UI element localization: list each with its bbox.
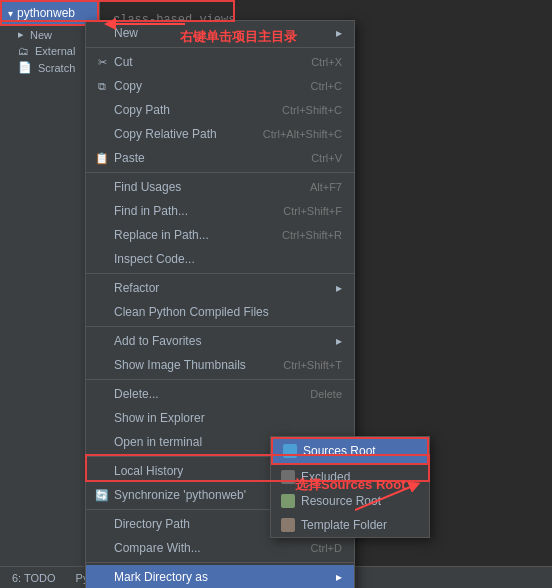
arrow-right-click — [100, 14, 200, 54]
menu-explorer-label: Show in Explorer — [114, 411, 205, 425]
mark-dir-arrow-icon: ▸ — [336, 570, 342, 584]
menu-copy-path-label: Copy Path — [114, 103, 170, 117]
menu-item-thumbnails[interactable]: Show Image Thumbnails Ctrl+Shift+T — [86, 353, 354, 377]
menu-find-usages-label: Find Usages — [114, 180, 181, 194]
copy-path-icon — [94, 102, 110, 118]
svg-line-3 — [355, 485, 415, 510]
menu-item-copy-relative-path[interactable]: Copy Relative Path Ctrl+Alt+Shift+C — [86, 122, 354, 146]
explorer-icon — [94, 410, 110, 426]
copy-relative-icon — [94, 126, 110, 142]
menu-paste-label: Paste — [114, 151, 145, 165]
menu-thumbnails-label: Show Image Thumbnails — [114, 358, 246, 372]
new-arrow-icon: ▸ — [336, 26, 342, 40]
clean-icon — [94, 304, 110, 320]
menu-mark-dir-label: Mark Directory as — [114, 570, 208, 584]
inspect-icon — [94, 251, 110, 267]
history-icon — [94, 463, 110, 479]
template-folder-icon — [281, 518, 295, 532]
paste-shortcut: Ctrl+V — [311, 152, 342, 164]
arrow-select-sources — [355, 480, 455, 530]
divider-5 — [86, 379, 354, 380]
menu-item-replace-in-path[interactable]: Replace in Path... Ctrl+Shift+R — [86, 223, 354, 247]
menu-find-path-label: Find in Path... — [114, 204, 188, 218]
menu-item-compare[interactable]: Compare With... Ctrl+D — [86, 536, 354, 560]
menu-copy-relative-label: Copy Relative Path — [114, 127, 217, 141]
divider-8 — [86, 562, 354, 563]
menu-sync-label: Synchronize 'pythonweb' — [114, 488, 246, 502]
copy-path-shortcut: Ctrl+Shift+C — [282, 104, 342, 116]
menu-terminal-label: Open in terminal — [114, 435, 202, 449]
menu-item-find-in-path[interactable]: Find in Path... Ctrl+Shift+F — [86, 199, 354, 223]
compare-icon — [94, 540, 110, 556]
resource-root-icon — [281, 494, 295, 508]
directory-icon — [94, 516, 110, 532]
menu-favorites-label: Add to Favorites — [114, 334, 201, 348]
excluded-icon — [281, 470, 295, 484]
find-usages-icon — [94, 179, 110, 195]
find-usages-shortcut: Alt+F7 — [310, 181, 342, 193]
refactor-icon — [94, 280, 110, 296]
refactor-arrow-icon: ▸ — [336, 281, 342, 295]
menu-item-delete[interactable]: Delete... Delete — [86, 382, 354, 406]
cut-shortcut: Ctrl+X — [311, 56, 342, 68]
replace-icon — [94, 227, 110, 243]
menu-clean-label: Clean Python Compiled Files — [114, 305, 269, 319]
replace-shortcut: Ctrl+Shift+R — [282, 229, 342, 241]
menu-item-copy-path[interactable]: Copy Path Ctrl+Shift+C — [86, 98, 354, 122]
submenu-sources-root[interactable]: Sources Root — [271, 437, 429, 465]
find-path-shortcut: Ctrl+Shift+F — [283, 205, 342, 217]
menu-compare-label: Compare With... — [114, 541, 201, 555]
menu-item-copy[interactable]: ⧉ Copy Ctrl+C — [86, 74, 354, 98]
menu-history-label: Local History — [114, 464, 183, 478]
tab-todo-label: 6: TODO — [12, 572, 56, 584]
copy-icon: ⧉ — [94, 78, 110, 94]
project-title: pythonweb — [17, 6, 75, 20]
copy-shortcut: Ctrl+C — [311, 80, 342, 92]
delete-shortcut: Delete — [310, 388, 342, 400]
menu-replace-label: Replace in Path... — [114, 228, 209, 242]
divider-4 — [86, 326, 354, 327]
menu-item-show-explorer[interactable]: Show in Explorer — [86, 406, 354, 430]
sources-root-icon — [283, 444, 297, 458]
menu-directory-label: Directory Path — [114, 517, 190, 531]
menu-item-paste[interactable]: 📋 Paste Ctrl+V — [86, 146, 354, 170]
menu-item-favorites[interactable]: Add to Favorites ▸ — [86, 329, 354, 353]
thumbnails-shortcut: Ctrl+Shift+T — [283, 359, 342, 371]
copy-relative-shortcut: Ctrl+Alt+Shift+C — [263, 128, 342, 140]
delete-icon — [94, 386, 110, 402]
expand-icon: ▾ — [8, 8, 13, 19]
paste-icon: 📋 — [94, 150, 110, 166]
divider-2 — [86, 172, 354, 173]
menu-item-mark-directory[interactable]: Mark Directory as ▸ — [86, 565, 354, 588]
thumbnails-icon — [94, 357, 110, 373]
menu-delete-label: Delete... — [114, 387, 159, 401]
mark-dir-icon — [94, 569, 110, 585]
menu-item-refactor[interactable]: Refactor ▸ — [86, 276, 354, 300]
menu-cut-label: Cut — [114, 55, 133, 69]
sync-icon: 🔄 — [94, 487, 110, 503]
find-path-icon — [94, 203, 110, 219]
menu-copy-label: Copy — [114, 79, 142, 93]
tab-todo[interactable]: 6: TODO — [6, 570, 62, 586]
terminal-icon — [94, 434, 110, 450]
favorites-icon — [94, 333, 110, 349]
menu-item-clean-python[interactable]: Clean Python Compiled Files — [86, 300, 354, 324]
menu-item-inspect-code[interactable]: Inspect Code... — [86, 247, 354, 271]
sources-root-label: Sources Root — [303, 444, 376, 458]
cut-icon: ✂ — [94, 54, 110, 70]
menu-refactor-label: Refactor — [114, 281, 159, 295]
compare-shortcut: Ctrl+D — [311, 542, 342, 554]
favorites-arrow-icon: ▸ — [336, 334, 342, 348]
menu-item-find-usages[interactable]: Find Usages Alt+F7 — [86, 175, 354, 199]
menu-inspect-label: Inspect Code... — [114, 252, 195, 266]
divider-3 — [86, 273, 354, 274]
